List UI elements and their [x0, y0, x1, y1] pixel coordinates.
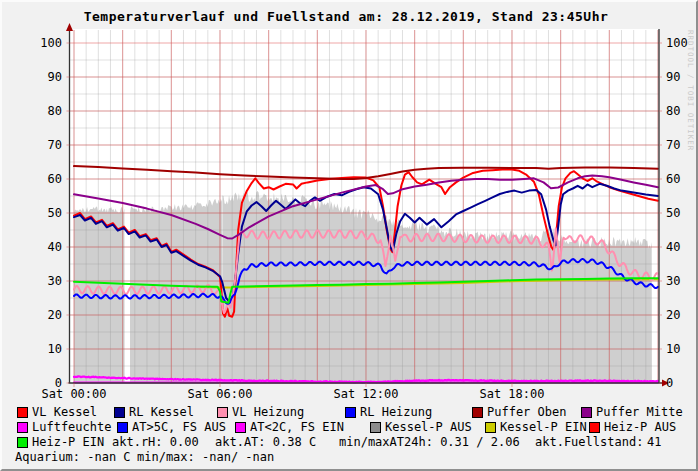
- legend-text: akt.Fuellstand:: [535, 436, 643, 449]
- area-kessel-p-aus: [74, 207, 125, 383]
- rrdtool-graph: Temperaturverlauf und Fuellstand am: 28.…: [0, 0, 698, 471]
- rrdtool-watermark: RRDTOOL / TOBI OETIKER: [686, 30, 695, 151]
- y-tick-label-right: 10: [666, 342, 698, 356]
- y-tick-label-left: 20: [28, 308, 62, 322]
- legend-swatch-icon: [485, 422, 496, 433]
- y-tick-label-left: 40: [28, 240, 62, 254]
- legend-label: Kessel-P EIN: [500, 421, 587, 434]
- y-tick-label-left: 50: [28, 206, 62, 220]
- legend-text: min/maxAT24h: 0.31 / 2.06: [339, 436, 520, 449]
- legend-label: RL Kessel: [129, 406, 194, 419]
- legend-swatch-icon: [589, 422, 600, 433]
- legend-swatch-icon: [217, 407, 228, 418]
- y-tick-label-left: 90: [28, 70, 62, 84]
- legend-swatch-icon: [345, 407, 356, 418]
- y-tick-label-left: 100: [28, 36, 62, 50]
- legend-label: Heiz-P AUS: [604, 421, 676, 434]
- y-tick-label-left: 60: [28, 172, 62, 186]
- legend-label: AT>5C, FS AUS: [132, 421, 226, 434]
- legend-swatch-icon: [581, 407, 592, 418]
- legend-label: RL Heizung: [360, 406, 432, 419]
- y-tick-label-right: 0: [666, 376, 698, 390]
- legend-swatch-icon: [114, 407, 125, 418]
- legend-label: AT<2C, FS EIN: [250, 421, 344, 434]
- legend-swatch-icon: [370, 422, 381, 433]
- legend-label: Heiz-P EIN: [32, 436, 104, 449]
- legend-label: VL Kessel: [32, 406, 97, 419]
- area-kessel-p-aus: [130, 199, 222, 383]
- legend-label: Puffer Mitte: [596, 406, 683, 419]
- x-tick-label: Sat 18:00: [467, 387, 557, 401]
- legend-label: VL Heizung: [232, 406, 304, 419]
- y-tick-label-right: 60: [666, 172, 698, 186]
- y-tick-label-right: 20: [666, 308, 698, 322]
- legend-swatch-icon: [235, 422, 246, 433]
- x-tick-label: Sat 00:00: [29, 387, 119, 401]
- legend-swatch-icon: [472, 407, 483, 418]
- legend-label: Kessel-P AUS: [385, 421, 472, 434]
- y-tick-label-left: 70: [28, 138, 62, 152]
- y-tick-label-right: 30: [666, 274, 698, 288]
- y-axis-arrow-icon: [66, 23, 73, 31]
- y-tick-label-left: 30: [28, 274, 62, 288]
- legend-text: akt.rH: 0.00: [112, 436, 199, 449]
- chart-plot: [2, 2, 696, 402]
- legend-swatch-icon: [17, 422, 28, 433]
- x-tick-label: Sat 06:00: [175, 387, 265, 401]
- legend-text: min/max: -nan/ -nan: [137, 451, 274, 464]
- legend-label: Luftfeuchte: [32, 421, 111, 434]
- legend-text: 41: [647, 436, 661, 449]
- x-tick-label: Sat 12:00: [321, 387, 411, 401]
- y-tick-label-right: 50: [666, 206, 698, 220]
- legend-label: Puffer Oben: [487, 406, 566, 419]
- legend-text: akt.AT: 0.38 C: [215, 436, 316, 449]
- legend-text: Aquarium: -nan C: [15, 451, 131, 464]
- y-tick-label-left: 80: [28, 104, 62, 118]
- legend-swatch-icon: [17, 437, 28, 448]
- y-tick-label-right: 40: [666, 240, 698, 254]
- legend-swatch-icon: [17, 407, 28, 418]
- y-tick-label-left: 10: [28, 342, 62, 356]
- legend-swatch-icon: [117, 422, 128, 433]
